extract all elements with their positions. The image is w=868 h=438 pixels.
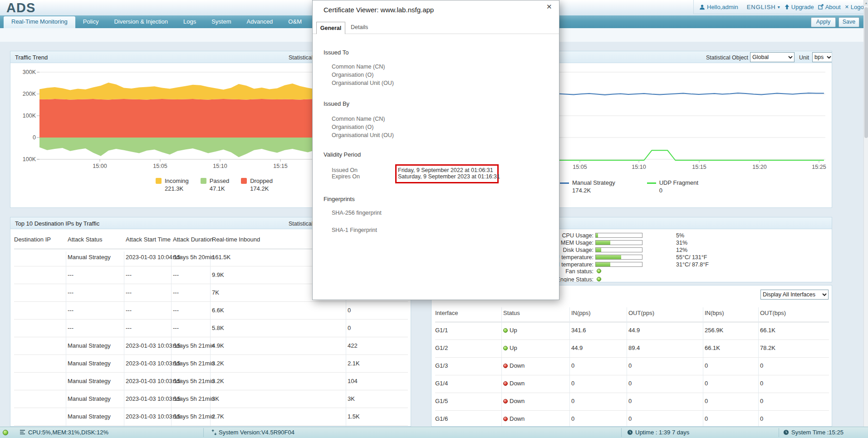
uptime-text: Uptime : 1:39 7 days: [635, 429, 689, 436]
nav-tab-diversion-injection[interactable]: Diversion & Injection: [106, 15, 176, 28]
legend-swatch-icon: [201, 178, 206, 184]
cell: 2.7K: [212, 413, 224, 420]
issued-to-heading: Issued To: [324, 49, 348, 56]
apply-button[interactable]: Apply: [811, 17, 836, 27]
svg-text:15:10: 15:10: [213, 163, 227, 169]
cell: ---: [126, 307, 132, 314]
cell: 0: [628, 398, 632, 404]
upgrade-icon: [785, 4, 790, 10]
page-scrollbar[interactable]: ▲: [863, 0, 868, 427]
interface-status: Down: [503, 415, 525, 422]
svg-text:15:15: 15:15: [273, 163, 287, 169]
cell: ---: [68, 307, 74, 314]
interface-name: G1/4: [435, 380, 448, 387]
interface-name: G1/3: [435, 362, 448, 369]
legend-value: 174.2K: [572, 187, 615, 194]
statusbar-divider: [203, 428, 204, 437]
interface-display-select[interactable]: Display All Interfaces: [760, 290, 829, 300]
nav-tab-o-m[interactable]: O&M: [280, 15, 309, 28]
svg-text:15:15: 15:15: [692, 164, 706, 170]
nav-tab-policy[interactable]: Policy: [75, 15, 107, 28]
cell: 0: [571, 398, 574, 404]
row-divider: [435, 410, 829, 411]
svg-text:15:25: 15:25: [812, 164, 826, 170]
column-header-destination-ip: Destination IP: [14, 236, 51, 243]
cell: ---: [126, 289, 132, 296]
legend-line-icon: [647, 182, 656, 184]
field-label-sha-1-fingerprint: SHA-1 Fingerprint: [332, 227, 377, 233]
row-divider: [14, 408, 408, 408]
cell: 89.4: [628, 344, 640, 351]
scrollbar-up-arrow-icon[interactable]: ▲: [864, 0, 868, 6]
tab-details[interactable]: Details: [351, 24, 368, 30]
cell: 3.2K: [212, 378, 224, 384]
interface-name: G1/1: [435, 327, 448, 334]
interface-status: Down: [503, 398, 525, 404]
nav-tab-logs[interactable]: Logs: [176, 15, 204, 28]
user-account[interactable]: Hello,admin: [699, 4, 738, 10]
cell: 0: [760, 380, 763, 387]
nav-tab-advanced[interactable]: Advanced: [239, 15, 281, 28]
cell: 9.9K: [212, 271, 224, 278]
interface-status: Down: [503, 362, 525, 369]
cell: ---: [173, 271, 179, 278]
column-header-interface: Interface: [435, 310, 458, 316]
cell: 1.5K: [348, 413, 360, 420]
tab-general[interactable]: General: [316, 22, 345, 34]
cell: Manual Strategy: [68, 413, 111, 420]
column-divider: [66, 251, 66, 426]
legend-item-passed: Passed47.1K: [201, 177, 229, 192]
legend-row: Passed: [201, 177, 229, 184]
column-header-out-pps-: OUT(pps): [628, 310, 654, 316]
svg-text:15:10: 15:10: [632, 164, 646, 170]
cell: 0: [760, 398, 763, 404]
field-label-organisation-o-: Organisation (O): [332, 124, 373, 130]
cell: ---: [126, 325, 132, 331]
svg-text:15:05: 15:05: [573, 164, 587, 170]
system-time-clock-icon: [783, 429, 789, 435]
scrollbar-thumb[interactable]: [864, 7, 868, 138]
row-divider: [14, 372, 408, 373]
cell: 0: [571, 362, 574, 369]
column-divider: [703, 307, 703, 426]
cell: 0: [705, 380, 708, 387]
traffic-trend-legend: Incoming221.3KPassed47.1KDropped174.2K: [156, 177, 273, 192]
nav-tabs: Real-Time MonitoringPolicyDiversion & In…: [4, 15, 309, 28]
cell: 0: [628, 380, 632, 387]
nav-tab-system[interactable]: System: [204, 15, 239, 28]
version-updown-icon: [211, 429, 217, 435]
legend-value: 221.3K: [165, 185, 189, 192]
uptime-clock-icon: [627, 429, 633, 435]
cell: ---: [68, 289, 74, 296]
cell: 0: [760, 362, 763, 369]
cell: 0: [705, 362, 708, 369]
dialog-title: Certificate Viewer: www.lab.nsfg.app: [324, 6, 434, 14]
legend-item-dropped: Dropped174.2K: [241, 177, 273, 192]
column-divider: [124, 251, 124, 426]
svg-text:0: 0: [33, 134, 36, 141]
expires-on-label: Expires On: [332, 173, 360, 180]
column-header-attack-status: Attack Status: [68, 236, 103, 243]
status-gauge-fill: [596, 241, 610, 245]
upgrade-link[interactable]: Upgrade: [785, 4, 814, 10]
cell: 6days 5h 21min: [173, 360, 215, 367]
about-link[interactable]: About: [818, 4, 841, 10]
cell: 0: [348, 325, 351, 331]
cell: 3K: [348, 395, 355, 402]
status-ball-icon: [503, 381, 508, 386]
save-button[interactable]: Save: [839, 17, 859, 27]
nav-tab-real-time-monitoring[interactable]: Real-Time Monitoring: [4, 16, 75, 28]
legend-line-icon: [560, 182, 569, 184]
language-selector[interactable]: ENGLISH ▾: [747, 4, 780, 10]
about-label: About: [825, 4, 841, 10]
dialog-close-icon[interactable]: ✕: [546, 3, 552, 11]
column-header-attack-start-time: Attack Start Time: [126, 236, 171, 243]
cell: Manual Strategy: [68, 342, 111, 349]
cell: 6days 5h 21min: [173, 378, 215, 384]
cell: 341.6: [571, 327, 586, 334]
cell: 44.9: [628, 327, 640, 334]
status-ball-icon: [503, 417, 508, 421]
fingerprints-heading: Fingerprints: [324, 196, 355, 202]
cell: 161.5K: [212, 254, 230, 261]
cell: 6days 5h 21min: [173, 342, 215, 349]
